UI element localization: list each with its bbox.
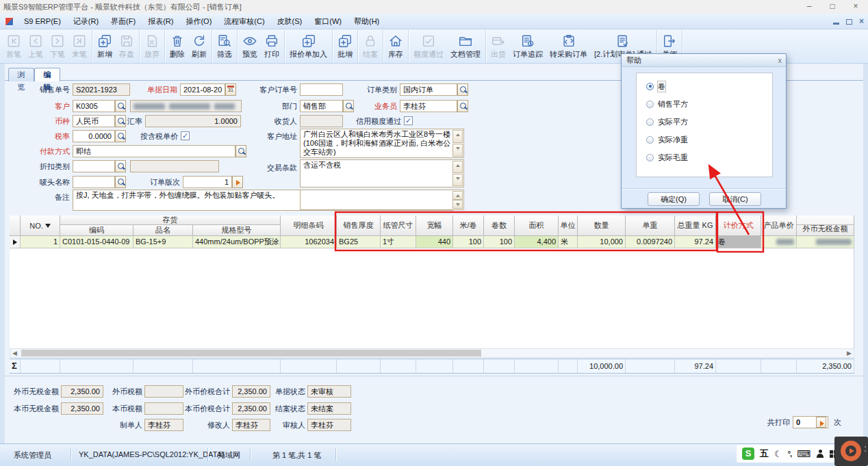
menu-item-2[interactable]: 记录(R): [67, 14, 105, 29]
fullhalf-moon-icon[interactable]: ☾: [774, 449, 782, 459]
window-minimize-button[interactable]: –: [798, 0, 820, 14]
toolbar-filter-button[interactable]: 筛选: [214, 30, 235, 62]
column-header-fcamount[interactable]: 外币无税金额: [797, 216, 854, 236]
column-header-uweight[interactable]: 单重: [626, 216, 675, 236]
toolbar-refresh-button[interactable]: 刷新: [188, 30, 210, 62]
scroll-up-icon[interactable]: [452, 161, 463, 173]
help-ok-button[interactable]: 确定(Q): [648, 192, 700, 206]
menu-item-4[interactable]: 报表(R): [142, 14, 179, 29]
consignee-field[interactable]: [300, 115, 343, 127]
window-close-button[interactable]: ×: [845, 0, 867, 14]
pricing-option-1[interactable]: 卷: [646, 81, 665, 91]
user-wordlib-icon[interactable]: [816, 450, 824, 458]
toolbar-house-button[interactable]: 库存: [385, 30, 407, 62]
tab-browse[interactable]: 浏览: [8, 68, 34, 81]
cell-barcode[interactable]: 1062034: [281, 236, 337, 248]
column-header-qty[interactable]: 数量: [578, 216, 626, 236]
sogou-ime-icon[interactable]: S: [742, 448, 754, 460]
scroll-down-icon[interactable]: [452, 144, 463, 157]
column-header-uprice[interactable]: 产品单价: [761, 216, 797, 236]
pricing-option-3[interactable]: 实际平方: [646, 117, 688, 127]
column-header-thickness[interactable]: 销售厚度: [337, 216, 381, 236]
order-type-lookup-icon[interactable]: [457, 83, 468, 96]
cell-fcamount[interactable]: [797, 236, 854, 248]
sales-no-field[interactable]: S2021-1923: [73, 83, 130, 96]
scroll-down-icon[interactable]: [452, 174, 463, 186]
order-ver-field[interactable]: 1: [183, 176, 232, 188]
spare-textarea[interactable]: [300, 190, 464, 210]
scroll-left-icon[interactable]: ◀: [12, 350, 17, 357]
textarea-scroll-buttons[interactable]: [452, 161, 463, 186]
radio-icon[interactable]: [646, 118, 654, 126]
mdi-minimize-icon[interactable]: [833, 23, 839, 25]
toolbar-preview-button[interactable]: 预览: [239, 30, 261, 62]
column-header-spec[interactable]: 规格型号: [193, 225, 281, 236]
toolbar-folder-button[interactable]: 文档管理: [447, 30, 484, 62]
toolbar-track-button[interactable]: 订单追踪: [509, 30, 546, 62]
screen-recorder-logo[interactable]: [834, 437, 868, 466]
cell-pricing[interactable]: 卷: [716, 236, 761, 248]
rate-field[interactable]: 1.0000: [145, 115, 241, 127]
address-textarea[interactable]: 广州白云区人和镇白米布秀水工业区8号一楼 (106国道，时利和海鲜酒家正对面, …: [300, 129, 464, 158]
menu-item-9[interactable]: 帮助(H): [348, 14, 385, 29]
radio-icon[interactable]: [646, 154, 654, 161]
print-count-spinner[interactable]: [816, 417, 826, 428]
row-selector-cell[interactable]: [10, 236, 21, 248]
cust-po-field[interactable]: [300, 83, 343, 96]
menu-item-3[interactable]: 界面(F): [105, 14, 142, 29]
menu-item-8[interactable]: 窗口(W): [308, 14, 348, 29]
terms-textarea[interactable]: 含运不含税: [300, 159, 464, 187]
column-header-pricing[interactable]: 计价方式: [716, 216, 761, 236]
pricing-option-2[interactable]: 销售平方: [646, 99, 688, 109]
column-header-barcode[interactable]: 明细条码: [281, 216, 337, 236]
help-cancel-button[interactable]: 取消(C): [709, 192, 761, 206]
help-dialog-titlebar[interactable]: 帮助 x: [622, 54, 786, 67]
mark-lookup-icon[interactable]: [115, 176, 126, 188]
mdi-close-icon[interactable]: ×: [859, 17, 864, 25]
doc-date-calendar-icon[interactable]: 31: [225, 83, 236, 96]
cell-uprice[interactable]: [761, 236, 797, 248]
radio-icon[interactable]: [646, 101, 654, 108]
window-maximize-button[interactable]: □: [821, 0, 843, 14]
cell-uweight[interactable]: 0.0097240: [626, 236, 675, 248]
column-header-tweight[interactable]: 总重量 KG: [675, 216, 716, 236]
customer-lookup-icon[interactable]: [115, 100, 126, 112]
mdi-restore-icon[interactable]: [846, 19, 852, 25]
customer-field[interactable]: K0305: [73, 100, 115, 112]
dept-lookup-icon[interactable]: [343, 100, 354, 112]
toolbar-quote-add-button[interactable]: 报价单加入: [286, 30, 331, 62]
salesman-lookup-icon[interactable]: [457, 100, 468, 112]
mark-field[interactable]: [73, 176, 115, 188]
salesman-field[interactable]: 李桂芬: [400, 100, 457, 112]
doc-date-field[interactable]: 2021-08-20: [180, 83, 225, 96]
discount-field[interactable]: [73, 160, 115, 172]
tab-edit[interactable]: 编辑: [34, 68, 60, 81]
payment-lookup-icon[interactable]: [235, 145, 246, 157]
soft-keyboard-icon[interactable]: ⌨: [797, 449, 810, 458]
cell-code[interactable]: C0101-015-0440-09: [60, 236, 133, 248]
discount-lookup-icon[interactable]: [115, 160, 126, 172]
toolbar-to-po-button[interactable]: 转采购订单: [546, 30, 591, 62]
help-dialog-close-icon[interactable]: x: [778, 55, 782, 65]
column-header-name[interactable]: 品名: [133, 225, 193, 236]
grid-horizontal-scrollbar[interactable]: ◀ ▶: [10, 348, 854, 358]
scroll-up-icon[interactable]: [452, 191, 463, 200]
textarea-scroll-buttons[interactable]: [452, 191, 463, 209]
cell-area[interactable]: 4,400: [515, 236, 559, 248]
toolbar-print-button[interactable]: 打印: [261, 30, 283, 62]
radio-icon[interactable]: [646, 83, 654, 90]
column-header-width[interactable]: 宽幅: [416, 216, 453, 236]
cell-name[interactable]: BG-15+9: [133, 236, 193, 248]
menu-item-1[interactable]: S9 ERP(E): [18, 14, 67, 29]
column-header-mpr[interactable]: 米/卷: [453, 216, 484, 236]
column-header-core[interactable]: 纸管尺寸: [381, 216, 416, 236]
tax-incl-checkbox[interactable]: ✓: [181, 131, 190, 140]
scroll-down-icon[interactable]: [452, 200, 463, 209]
credit-ok-checkbox[interactable]: ✓: [404, 116, 413, 125]
order-type-field[interactable]: 国内订单: [400, 83, 457, 96]
menu-item-6[interactable]: 流程审核(C): [218, 14, 270, 29]
toolbar-add-new-button[interactable]: 新增: [94, 30, 116, 62]
dept-field[interactable]: 销售部: [300, 100, 343, 112]
cell-unit[interactable]: 米: [559, 236, 578, 248]
radio-icon[interactable]: [646, 136, 654, 144]
